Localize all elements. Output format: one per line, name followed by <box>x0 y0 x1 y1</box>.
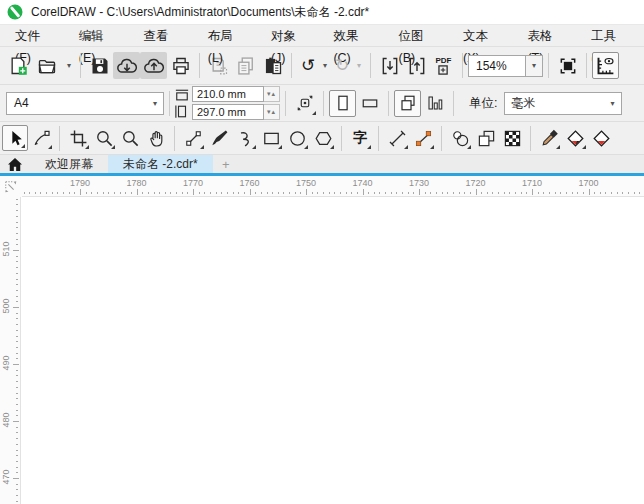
text-tool[interactable]: 字 <box>347 125 373 151</box>
menu-effects[interactable]: 效果(C) <box>320 25 385 47</box>
zoom-tool-secondary[interactable] <box>117 125 143 151</box>
h-ruler-label: 1720 <box>465 178 485 188</box>
toolbar-separator <box>548 53 549 78</box>
publish-pdf-button[interactable]: PDF <box>430 52 457 79</box>
print-icon <box>171 56 191 76</box>
zoom-level-caret[interactable]: ▾ <box>526 55 543 77</box>
home-tab-button[interactable] <box>0 155 30 173</box>
ellipse-icon <box>288 129 307 148</box>
v-ruler-label: 490 <box>1 348 11 378</box>
interactive-fill-tool[interactable] <box>562 125 588 151</box>
all-pages-size-button[interactable] <box>394 90 421 117</box>
v-ruler-label: 480 <box>1 405 11 435</box>
cloud-download-button[interactable] <box>113 52 140 79</box>
units-combobox[interactable]: 毫米 ▾ <box>504 92 622 115</box>
blend-tool[interactable] <box>447 125 473 151</box>
page-width-spinner[interactable]: ▾▴ <box>264 86 280 102</box>
connector-tool[interactable] <box>410 125 436 151</box>
ellipse-tool[interactable] <box>284 125 310 151</box>
zoom-tool[interactable] <box>91 125 117 151</box>
crop-tool[interactable] <box>65 125 91 151</box>
h-ruler-label: 1760 <box>239 178 259 188</box>
freehand-tool[interactable] <box>180 125 206 151</box>
eyedropper-tool[interactable] <box>536 125 562 151</box>
pan-tool[interactable] <box>143 125 169 151</box>
open-dropdown-caret[interactable]: ▾ <box>63 61 75 70</box>
fill-tool-clipped[interactable] <box>588 125 614 151</box>
hand-icon <box>147 129 166 148</box>
new-document-button[interactable] <box>4 52 31 79</box>
drawing-canvas[interactable] <box>21 197 644 504</box>
zoom-level-combobox[interactable]: 154% <box>468 55 526 77</box>
ruler-origin-corner[interactable] <box>0 176 22 197</box>
paste-icon <box>263 56 283 76</box>
document-tab-bar: 欢迎屏幕 未命名 -2.cdr* + <box>0 154 644 173</box>
copy-icon <box>236 56 256 76</box>
polygon-tool[interactable] <box>310 125 336 151</box>
landscape-orientation-button[interactable] <box>356 90 383 117</box>
vertical-ruler[interactable]: 510500490480470 <box>0 197 21 504</box>
export-button[interactable] <box>403 52 430 79</box>
shape-node-icon <box>32 129 51 148</box>
dimension-tool[interactable] <box>384 125 410 151</box>
fullscreen-preview-icon <box>558 56 578 76</box>
pen-curve-tool[interactable] <box>232 125 258 151</box>
tab-welcome-screen[interactable]: 欢迎屏幕 <box>30 155 108 173</box>
checkerboard-icon <box>503 129 522 148</box>
menu-table[interactable]: 表格(T) <box>514 25 578 47</box>
undo-dropdown-caret[interactable]: ▾ <box>319 61 331 70</box>
menu-bitmaps[interactable]: 位图(B) <box>386 25 450 47</box>
paste-button[interactable] <box>259 52 286 79</box>
page-height-spinner[interactable]: ▾▴ <box>264 104 280 120</box>
fill-diamond-icon <box>566 129 585 148</box>
page-width-input[interactable]: 210.0 mm <box>192 86 264 102</box>
menu-tools[interactable]: 工具(O) <box>578 25 644 47</box>
shape-tool[interactable] <box>28 125 54 151</box>
new-tab-button[interactable]: + <box>213 155 239 173</box>
pdf-label: PDF <box>436 57 452 65</box>
redo-dropdown-caret[interactable]: ▾ <box>353 61 365 70</box>
tab-untitled-document[interactable]: 未命名 -2.cdr* <box>108 155 213 173</box>
page-size-combobox[interactable]: A4 ▾ <box>6 92 164 115</box>
eyedropper-icon <box>540 129 559 148</box>
menu-object[interactable]: 对象(J) <box>258 25 321 47</box>
export-icon <box>407 56 427 76</box>
page-size-value: A4 <box>14 96 29 110</box>
current-page-size-button[interactable] <box>421 90 448 117</box>
transparency-tool[interactable] <box>499 125 525 151</box>
shadow-tool[interactable] <box>473 125 499 151</box>
page-height-input[interactable]: 297.0 mm <box>192 104 264 120</box>
menu-layout[interactable]: 布局(L) <box>195 25 258 47</box>
menu-view[interactable]: 查看(V) <box>130 25 194 47</box>
copy-button[interactable] <box>232 52 259 79</box>
horizontal-ruler[interactable]: 1790178017701760175017401730172017101700 <box>22 176 644 197</box>
v-ruler-label: 500 <box>1 291 11 321</box>
undo-button[interactable]: ↺ <box>297 52 319 79</box>
propbar-separator <box>323 91 324 116</box>
magnifier-icon <box>121 129 140 148</box>
all-pages-icon <box>399 94 417 112</box>
fullscreen-preview-button[interactable] <box>554 52 581 79</box>
pick-tool[interactable] <box>2 125 28 151</box>
open-button[interactable] <box>31 52 63 79</box>
save-button[interactable] <box>86 52 113 79</box>
propbar-separator <box>169 91 170 116</box>
brush-icon <box>210 129 229 148</box>
portrait-orientation-button[interactable] <box>329 90 356 117</box>
menu-file[interactable]: 文件(F) <box>2 25 66 47</box>
menu-text[interactable]: 文本(X) <box>450 25 514 47</box>
nudge-offset-button[interactable] <box>291 90 318 117</box>
v-ruler-label: 470 <box>1 462 11 492</box>
cloud-upload-button[interactable] <box>140 52 167 79</box>
print-button[interactable] <box>167 52 194 79</box>
property-bar: A4 ▾ 210.0 mm ▾▴ 297.0 mm ▾▴ 单位: 毫米 ▾ <box>0 84 644 121</box>
cut-button[interactable] <box>205 52 232 79</box>
redo-button[interactable]: ↻ <box>331 52 353 79</box>
current-page-icon <box>426 94 444 112</box>
artistic-media-tool[interactable] <box>206 125 232 151</box>
cut-icon <box>209 56 229 76</box>
show-rulers-button[interactable] <box>592 52 619 79</box>
menu-edit[interactable]: 编辑(E) <box>66 25 130 47</box>
import-button[interactable] <box>376 52 403 79</box>
rectangle-tool[interactable] <box>258 125 284 151</box>
